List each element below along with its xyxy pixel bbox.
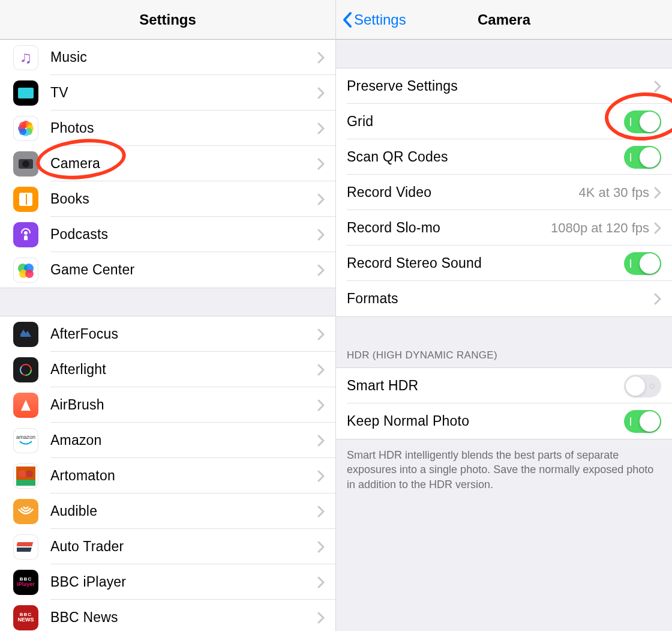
row-amazon[interactable]: amazon Amazon: [0, 423, 335, 458]
row-label: Preserve Settings: [347, 78, 654, 94]
music-icon: ♫: [13, 45, 38, 70]
svg-rect-19: [16, 480, 35, 486]
chevron-right-icon: [317, 122, 325, 134]
row-label: Camera: [50, 155, 317, 172]
chevron-right-icon: [317, 264, 325, 276]
group-separator: [336, 40, 672, 68]
chevron-right-icon: [317, 470, 325, 482]
row-label: Grid: [347, 113, 624, 130]
chevron-right-icon: [317, 541, 325, 553]
row-scan-qr: Scan QR Codes: [336, 139, 672, 175]
row-tv[interactable]: TV: [0, 75, 335, 110]
row-detail: 1080p at 120 fps: [551, 220, 649, 236]
toggle-smart-hdr[interactable]: [624, 375, 661, 397]
row-label: Photos: [50, 120, 317, 136]
row-label: Podcasts: [50, 226, 317, 243]
row-camera[interactable]: Camera: [0, 146, 335, 181]
row-label: Afterlight: [50, 361, 317, 378]
chevron-right-icon: [317, 435, 325, 447]
row-auto-trader[interactable]: Auto Trader: [0, 529, 335, 564]
row-label: Scan QR Codes: [347, 149, 624, 165]
row-books[interactable]: Books: [0, 181, 335, 217]
back-button[interactable]: Settings: [342, 11, 406, 28]
chevron-right-icon: [654, 187, 661, 199]
camera-title: Camera: [478, 11, 530, 28]
camera-header: Settings Camera: [336, 0, 672, 40]
row-label: Amazon: [50, 432, 317, 448]
row-game-center[interactable]: Game Center: [0, 252, 335, 288]
afterfocus-icon: [13, 322, 38, 347]
chevron-right-icon: [317, 364, 325, 376]
svg-point-7: [19, 122, 26, 129]
row-stereo-sound: Record Stereo Sound: [336, 246, 672, 281]
row-photos[interactable]: Photos: [0, 110, 335, 146]
row-label: Books: [50, 191, 317, 207]
podcasts-icon: [13, 222, 38, 247]
chevron-right-icon: [654, 222, 661, 234]
hdr-section-header: HDR (HIGH DYNAMIC RANGE): [336, 316, 672, 368]
row-label: BBC News: [50, 609, 317, 626]
camera-settings-pane: Settings Camera Preserve Settings Grid S…: [336, 0, 672, 631]
chevron-right-icon: [317, 399, 325, 411]
svg-point-18: [26, 470, 33, 477]
row-label: Keep Normal Photo: [347, 413, 624, 429]
row-record-slomo[interactable]: Record Slo-mo 1080p at 120 fps: [336, 210, 672, 246]
row-keep-normal-photo: Keep Normal Photo: [336, 403, 672, 439]
row-audible[interactable]: Audible: [0, 494, 335, 529]
toggle-stereo-sound[interactable]: [624, 252, 661, 275]
row-label: BBC iPlayer: [50, 574, 317, 590]
row-podcasts[interactable]: Podcasts: [0, 217, 335, 252]
row-afterfocus[interactable]: AfterFocus: [0, 316, 335, 352]
auto-trader-icon: [13, 534, 38, 560]
bbc-iplayer-icon: BBCiPlayer: [13, 570, 38, 595]
amazon-icon: amazon: [13, 428, 38, 453]
row-label: Audible: [50, 503, 317, 519]
row-label: Record Video: [347, 184, 579, 201]
row-label: Game Center: [50, 262, 317, 278]
chevron-right-icon: [317, 52, 325, 64]
row-bbc-iplayer[interactable]: BBCiPlayer BBC iPlayer: [0, 564, 335, 600]
settings-pane: Settings ♫ Music TV Photos Camera: [0, 0, 336, 631]
photos-icon: [13, 116, 38, 141]
chevron-right-icon: [317, 612, 325, 624]
row-label: Record Stereo Sound: [347, 255, 624, 271]
toggle-grid[interactable]: [624, 110, 661, 133]
chevron-right-icon: [317, 576, 325, 588]
row-artomaton[interactable]: Artomaton: [0, 458, 335, 494]
row-airbrush[interactable]: AirBrush: [0, 387, 335, 423]
chevron-right-icon: [654, 293, 661, 305]
row-label: Music: [50, 49, 317, 65]
chevron-right-icon: [317, 328, 325, 340]
settings-title: Settings: [139, 11, 196, 28]
row-formats[interactable]: Formats: [336, 281, 672, 316]
svg-rect-21: [17, 548, 32, 552]
chevron-right-icon: [654, 80, 661, 92]
row-grid: Grid: [336, 104, 672, 139]
row-label: AirBrush: [50, 397, 317, 413]
row-label: Record Slo-mo: [347, 220, 551, 236]
row-label: AfterFocus: [50, 326, 317, 342]
audible-icon: [13, 499, 38, 524]
svg-rect-20: [17, 542, 33, 546]
chevron-right-icon: [317, 193, 325, 205]
hdr-footer-note: Smart HDR intelligently blends the best …: [336, 439, 672, 631]
row-music[interactable]: ♫ Music: [0, 40, 335, 75]
books-icon: [13, 187, 38, 212]
group-separator: [0, 288, 335, 316]
afterlight-icon: [13, 357, 38, 382]
row-record-video[interactable]: Record Video 4K at 30 fps: [336, 175, 672, 210]
toggle-keep-normal-photo[interactable]: [624, 410, 661, 433]
chevron-right-icon: [317, 87, 325, 99]
settings-header: Settings: [0, 0, 335, 40]
svg-point-17: [19, 470, 26, 477]
bbc-news-icon: BBCNEWS: [13, 605, 38, 630]
row-preserve-settings[interactable]: Preserve Settings: [336, 68, 672, 104]
airbrush-icon: [13, 393, 38, 418]
row-bbc-news[interactable]: BBCNEWS BBC News: [0, 600, 335, 631]
artomaton-icon: [13, 463, 38, 489]
row-label: Artomaton: [50, 468, 317, 484]
row-afterlight[interactable]: Afterlight: [0, 352, 335, 387]
chevron-right-icon: [317, 229, 325, 241]
toggle-scan-qr[interactable]: [624, 146, 661, 169]
game-center-icon: [13, 258, 38, 283]
